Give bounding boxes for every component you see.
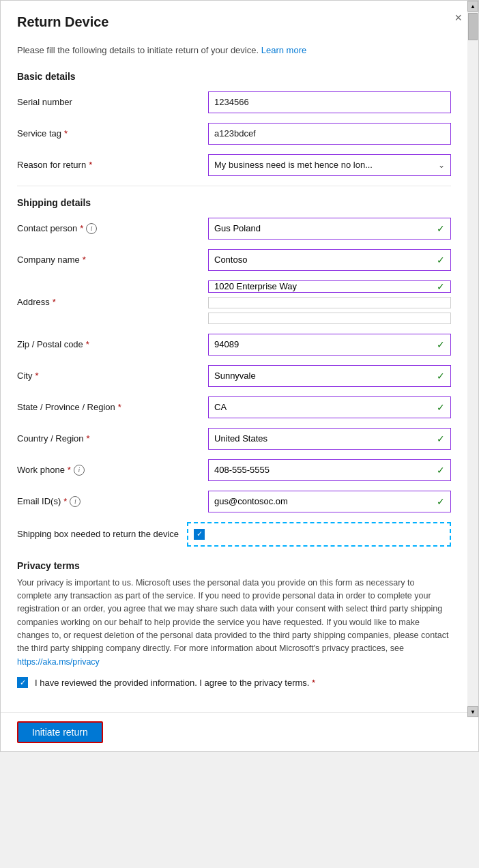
shipping-box-row: Shipping box needed to return the device… (17, 522, 451, 547)
serial-number-label: Serial number (17, 97, 208, 107)
contact-person-input[interactable] (209, 218, 437, 239)
privacy-section: Privacy terms Your privacy is important … (17, 560, 451, 689)
state-input-wrapper: ✓ (208, 396, 451, 418)
intro-text: Please fill the following details to ini… (17, 38, 451, 57)
contact-person-row: Contact person * i ✓ (17, 218, 451, 240)
return-device-dialog: ▲ ▼ Return Device × Please fill the foll… (0, 0, 479, 752)
state-input[interactable] (209, 397, 437, 418)
reason-chevron-icon: ⌄ (438, 160, 450, 170)
shipping-box-check-icon: ✓ (197, 530, 203, 538)
scroll-down-btn[interactable]: ▼ (467, 706, 478, 717)
address-row: Address * ✓ (17, 280, 451, 324)
email-label: Email ID(s) * i (17, 496, 208, 507)
privacy-link[interactable]: https://aka.ms/privacy (17, 657, 100, 667)
country-label: Country / Region * (17, 433, 208, 444)
contact-person-label: Contact person * i (17, 223, 208, 234)
city-label: City * (17, 371, 208, 381)
company-name-label: Company name * (17, 255, 208, 265)
reason-required: * (89, 160, 92, 170)
service-tag-required: * (64, 128, 68, 139)
scroll-thumb[interactable] (468, 13, 478, 40)
reason-dropdown[interactable]: My business need is met hence no lon... … (208, 154, 451, 176)
agree-check-icon: ✓ (20, 678, 26, 687)
address-line1-input[interactable] (209, 281, 437, 291)
city-check-icon: ✓ (437, 371, 450, 381)
agree-checkbox[interactable]: ✓ (17, 677, 28, 688)
work-phone-check-icon: ✓ (437, 465, 450, 476)
privacy-title: Privacy terms (17, 560, 451, 571)
city-input-wrapper: ✓ (208, 365, 451, 387)
state-check-icon: ✓ (437, 402, 450, 413)
dialog-title: Return Device (17, 14, 109, 30)
agree-row: ✓ I have reviewed the provided informati… (17, 677, 451, 688)
email-input[interactable] (209, 491, 437, 512)
country-check-icon: ✓ (437, 433, 450, 444)
company-name-row: Company name * ✓ (17, 249, 451, 271)
initiate-return-button[interactable]: Initiate return (17, 721, 103, 743)
reason-for-return-row: Reason for return * My business need is … (17, 154, 451, 176)
zip-check-icon: ✓ (437, 339, 450, 350)
serial-number-input[interactable] (208, 91, 451, 113)
city-required: * (35, 371, 38, 381)
work-phone-info-icon[interactable]: i (74, 465, 85, 476)
learn-more-link[interactable]: Learn more (261, 45, 306, 55)
address-inputs: ✓ (208, 280, 451, 324)
city-input[interactable] (209, 366, 437, 386)
contact-person-input-wrapper: ✓ (208, 218, 451, 240)
agree-required-star: * (312, 678, 315, 688)
state-row: State / Province / Region * ✓ (17, 396, 451, 418)
zip-required: * (86, 339, 89, 349)
country-row: Country / Region * ✓ (17, 428, 451, 450)
work-phone-required: * (68, 465, 71, 475)
address-label: Address * (17, 297, 208, 307)
company-name-check-icon: ✓ (437, 255, 450, 265)
company-name-input-wrapper: ✓ (208, 249, 451, 271)
shipping-box-checkbox-wrapper[interactable]: ✓ (187, 522, 451, 547)
email-required: * (63, 496, 67, 506)
zip-input[interactable] (209, 334, 437, 355)
shipping-box-label: Shipping box needed to return the device (17, 529, 179, 539)
service-tag-row: Service tag * (17, 123, 451, 145)
shipping-box-checkbox[interactable]: ✓ (194, 529, 205, 540)
work-phone-label: Work phone * i (17, 465, 208, 476)
state-label: State / Province / Region * (17, 402, 208, 412)
service-tag-input[interactable] (208, 123, 451, 145)
contact-person-info-icon[interactable]: i (86, 223, 97, 234)
zip-code-row: Zip / Postal code * ✓ (17, 334, 451, 356)
work-phone-input-wrapper: ✓ (208, 459, 451, 481)
zip-code-label: Zip / Postal code * (17, 339, 208, 349)
serial-number-row: Serial number (17, 91, 451, 113)
company-name-required: * (83, 255, 86, 265)
country-required: * (87, 433, 90, 444)
close-button[interactable]: × (454, 12, 462, 24)
scroll-up-btn[interactable]: ▲ (467, 1, 478, 12)
address-line1-wrapper: ✓ (208, 280, 451, 293)
work-phone-input[interactable] (209, 460, 437, 480)
email-input-wrapper: ✓ (208, 491, 451, 512)
work-phone-row: Work phone * i ✓ (17, 459, 451, 481)
address-line1-check-icon: ✓ (437, 281, 450, 292)
section-divider (17, 186, 451, 186)
country-input-wrapper: ✓ (208, 428, 451, 450)
company-name-input[interactable] (209, 250, 437, 270)
reason-label: Reason for return * (17, 160, 208, 170)
email-row: Email ID(s) * i ✓ (17, 491, 451, 512)
basic-details-section-title: Basic details (17, 71, 451, 82)
dialog-body: Please fill the following details to ini… (1, 38, 478, 712)
state-required: * (118, 402, 121, 412)
reason-selected-value: My business need is met hence no lon... (209, 160, 438, 170)
address-line3-input[interactable] (208, 313, 451, 324)
contact-person-check-icon: ✓ (437, 223, 450, 234)
contact-person-required: * (80, 223, 83, 233)
address-line2-input[interactable] (208, 297, 451, 308)
email-info-icon[interactable]: i (70, 496, 81, 507)
city-row: City * ✓ (17, 365, 451, 387)
service-tag-label: Service tag * (17, 128, 208, 139)
agree-label: I have reviewed the provided information… (35, 678, 315, 688)
country-input[interactable] (209, 429, 437, 449)
address-required: * (53, 297, 56, 307)
privacy-text: Your privacy is important to us. Microso… (17, 577, 451, 669)
shipping-details-section-title: Shipping details (17, 197, 451, 208)
scrollbar[interactable]: ▲ ▼ (467, 1, 478, 717)
dialog-header: Return Device × (1, 1, 478, 38)
